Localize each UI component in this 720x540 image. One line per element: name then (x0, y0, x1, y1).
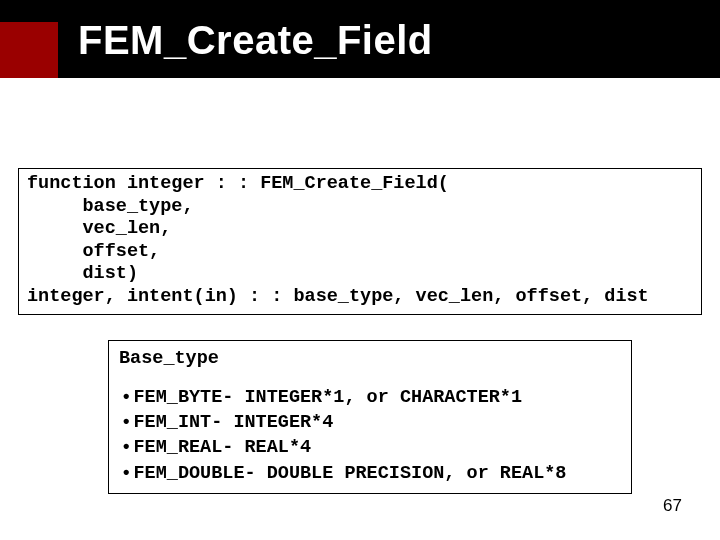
base-type-list: FEM_BYTE- INTEGER*1, or CHARACTER*1 FEM_… (119, 384, 621, 485)
list-item: FEM_BYTE- INTEGER*1, or CHARACTER*1 (123, 384, 621, 409)
base-type-heading: Base_type (119, 347, 621, 370)
list-item: FEM_DOUBLE- DOUBLE PRECISION, or REAL*8 (123, 460, 621, 485)
list-item: FEM_REAL- REAL*4 (123, 434, 621, 459)
code-block-function-signature: function integer : : FEM_Create_Field( b… (18, 168, 702, 315)
list-item: FEM_INT- INTEGER*4 (123, 409, 621, 434)
header-accent-square (0, 22, 58, 78)
slide-title: FEM_Create_Field (78, 18, 433, 63)
code-block-base-type: Base_type FEM_BYTE- INTEGER*1, or CHARAC… (108, 340, 632, 494)
page-number: 67 (663, 496, 682, 516)
